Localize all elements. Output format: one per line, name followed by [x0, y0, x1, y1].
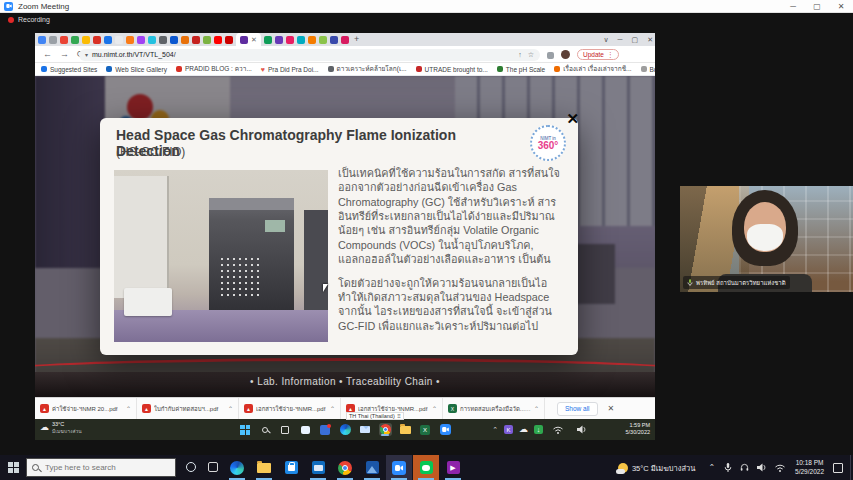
language-indicator[interactable]: TH Thai (Thailand) ⠿	[346, 412, 404, 420]
tray-chevron-icon[interactable]: ⌃	[492, 426, 498, 434]
store-taskbar-icon[interactable]	[278, 455, 304, 480]
tab-close-icon[interactable]: ✕	[251, 36, 257, 43]
search-icon[interactable]	[259, 423, 272, 436]
address-bar[interactable]: ▾ mu.nimt.or.th/VT/VTL_504/ ↑ ☆	[79, 49, 540, 61]
browser-maximize-icon[interactable]: ▢	[632, 36, 639, 44]
host-start-button[interactable]	[8, 462, 19, 473]
host-clock[interactable]: 10:18 PM 5/29/2022	[795, 459, 824, 476]
download-chevron-icon[interactable]: ⌃	[330, 405, 335, 412]
taskbar-search-box[interactable]	[26, 458, 176, 477]
show-all-button[interactable]: Show all	[557, 402, 598, 416]
host-weather-widget[interactable]: 35°C มีเมฆบางส่วน	[618, 462, 695, 474]
tray-chevron-icon[interactable]: ⌃	[708, 463, 715, 472]
file-explorer-taskbar-icon[interactable]	[251, 455, 277, 480]
download-manager-icon[interactable]: ↓	[534, 425, 543, 434]
search-input[interactable]	[43, 462, 163, 473]
tab-favicon[interactable]	[82, 36, 90, 44]
volume-icon[interactable]	[577, 425, 587, 434]
chrome-icon[interactable]	[379, 423, 392, 436]
bookmark-item[interactable]: The pH Scale	[497, 66, 545, 73]
download-chevron-icon[interactable]: ⌃	[534, 405, 539, 412]
tab-favicon[interactable]	[192, 36, 200, 44]
download-item[interactable]: ▲ ใบกำกับค่าทดสอบฯ...pdf ⌃	[137, 398, 239, 420]
download-item[interactable]: ▲ เอกสารใช้จ่าย-ฯNMR...pdf ⌃ TH Thai (Th…	[341, 398, 443, 420]
network-icon[interactable]	[775, 464, 785, 472]
tab-favicon[interactable]	[203, 36, 211, 44]
tab-favicon[interactable]	[286, 36, 294, 44]
action-center-icon[interactable]	[833, 463, 843, 473]
tab-favicon[interactable]	[214, 36, 222, 44]
close-button[interactable]: ✕	[829, 0, 853, 13]
volume-icon[interactable]	[757, 463, 767, 472]
headset-icon[interactable]	[740, 463, 749, 472]
onedrive-icon[interactable]: ☁	[519, 425, 528, 434]
tab-favicon[interactable]	[341, 36, 349, 44]
tab-favicon[interactable]	[104, 36, 112, 44]
bookmark-item[interactable]: ดาวเคราะห์คล้ายโลก(เ...	[328, 64, 407, 74]
bookmark-item[interactable]: เรื่องเล่า เรื่องเล่าจากชี...	[554, 64, 631, 74]
tab-favicon[interactable]	[60, 36, 68, 44]
bookmark-item[interactable]: Suggested Sites	[41, 66, 97, 73]
tab-favicon[interactable]	[308, 36, 316, 44]
zoom-taskbar-icon[interactable]	[386, 455, 412, 480]
start-button[interactable]	[239, 423, 252, 436]
media-taskbar-icon[interactable]: ▶	[440, 455, 466, 480]
forward-icon[interactable]: →	[60, 50, 69, 59]
browser-minimize-icon[interactable]: ─	[618, 36, 623, 43]
chat-icon[interactable]	[299, 423, 312, 436]
host-task-view-icon[interactable]	[208, 462, 218, 472]
tab-search-chevron-icon[interactable]: ∨	[603, 36, 608, 44]
url-text[interactable]: mu.nimt.or.th/VT/VTL_504/	[92, 51, 512, 58]
line-taskbar-icon[interactable]	[413, 455, 439, 480]
cortana-icon[interactable]	[186, 462, 196, 472]
tab-favicon[interactable]	[170, 36, 178, 44]
bookmark-item[interactable]: PRADID BLOG : ควา...	[176, 64, 252, 74]
tab-favicon[interactable]	[319, 36, 327, 44]
participant-video[interactable]: พรทิพย์ สถาบันมาตรวิทยาแห่งชาติ	[680, 186, 853, 292]
download-item[interactable]: X การทดสอบเครื่องมือวัด...xlsx ⌃	[443, 398, 545, 420]
extensions-icon[interactable]	[547, 52, 554, 59]
tab-favicon[interactable]	[275, 36, 283, 44]
tab-favicon[interactable]	[126, 36, 134, 44]
browser-close-icon[interactable]: ✕	[647, 36, 653, 44]
task-view-icon[interactable]	[279, 423, 292, 436]
new-tab-button[interactable]: +	[354, 35, 359, 44]
edge-taskbar-icon[interactable]	[224, 455, 250, 480]
file-explorer-icon[interactable]	[399, 423, 412, 436]
photos-taskbar-icon[interactable]	[359, 455, 385, 480]
update-button[interactable]: Update ⋮	[577, 49, 619, 60]
back-icon[interactable]: ←	[43, 50, 52, 59]
tab-favicon[interactable]	[93, 36, 101, 44]
download-item[interactable]: ▲ ค่าใช้จ่าย-ฯNMR 20...pdf ⌃	[35, 398, 137, 420]
mic-icon[interactable]	[724, 463, 732, 473]
bookmark-item[interactable]: Web Slice Gallery	[106, 66, 167, 73]
browser-menu-icon[interactable]: ⋮	[607, 51, 614, 59]
mail-icon[interactable]	[359, 423, 372, 436]
tab-favicon[interactable]	[148, 36, 156, 44]
omnibox-dropdown-icon[interactable]: ▾	[85, 51, 88, 58]
bookmark-item[interactable]: ♥Pra Did Pra Doi...	[261, 66, 319, 73]
wifi-icon[interactable]	[553, 426, 563, 434]
meet-camera-icon[interactable]	[439, 423, 452, 436]
edge-icon[interactable]	[339, 423, 352, 436]
tab-favicon[interactable]	[38, 36, 46, 44]
tab-favicon[interactable]	[49, 36, 57, 44]
download-item[interactable]: ▲ เอกสารใช้จ่าย-ฯNMR...pdf ⌃	[239, 398, 341, 420]
maximize-button[interactable]: ▢	[805, 0, 829, 13]
tab-favicon[interactable]	[225, 36, 233, 44]
tab-favicon[interactable]	[330, 36, 338, 44]
tab-favicon[interactable]	[181, 36, 189, 44]
chrome-taskbar-icon[interactable]	[332, 455, 358, 480]
tab-favicon[interactable]	[115, 36, 123, 44]
k-app-icon[interactable]: K	[504, 425, 513, 434]
mail-taskbar-icon[interactable]	[305, 455, 331, 480]
modal-close-icon[interactable]: ✕	[566, 111, 579, 126]
download-chevron-icon[interactable]: ⌃	[126, 405, 131, 412]
tab-favicon[interactable]	[264, 36, 272, 44]
bookmark-item[interactable]: UTRADE brought to...	[416, 66, 488, 73]
downloads-close-icon[interactable]: ✕	[608, 404, 615, 413]
widgets-icon[interactable]	[319, 423, 332, 436]
download-chevron-icon[interactable]: ⌃	[228, 405, 233, 412]
download-chevron-icon[interactable]: ⌃	[432, 405, 437, 412]
minimize-button[interactable]: ─	[781, 0, 805, 13]
